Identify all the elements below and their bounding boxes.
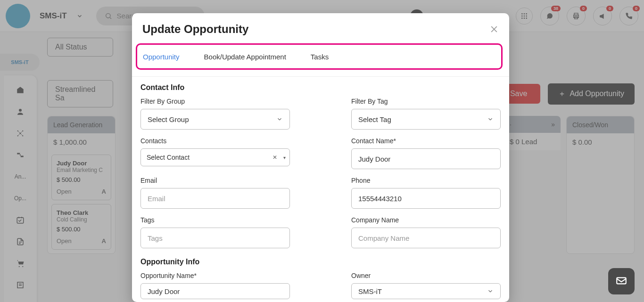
modal-tabs-highlighted: Opportunity Book/Update Appointment Task…	[136, 43, 503, 70]
dropdown-icon[interactable]: ▾	[283, 155, 286, 160]
chevron-down-icon	[487, 116, 494, 122]
select-filter-group[interactable]: Select Group	[140, 109, 290, 130]
label-company: Company Name	[351, 216, 501, 224]
close-icon[interactable]	[489, 24, 499, 34]
tab-opportunity[interactable]: Opportunity	[141, 50, 182, 64]
input-email[interactable]	[148, 195, 283, 203]
label-owner: Owner	[351, 272, 501, 279]
contacts-placeholder: Select Contact	[147, 154, 190, 161]
tab-tasks[interactable]: Tasks	[309, 50, 330, 64]
update-opportunity-modal: Update Opportunity Opportunity Book/Upda…	[132, 13, 509, 302]
label-filter-group: Filter By Group	[140, 98, 290, 105]
chevron-down-icon	[276, 116, 283, 122]
owner-value: SMS-iT	[358, 287, 382, 295]
modal-title: Update Opportunity	[142, 23, 248, 36]
select-owner[interactable]: SMS-iT	[351, 283, 501, 299]
label-contacts: Contacts	[140, 137, 290, 145]
select-group-placeholder: Select Group	[148, 115, 189, 123]
input-tags[interactable]: Tags	[140, 228, 290, 248]
select-filter-tag[interactable]: Select Tag	[351, 109, 501, 130]
label-opportunity-name: Opportunity Name*	[140, 272, 290, 279]
select-contacts[interactable]: Select Contact ✕ ▾	[140, 148, 290, 166]
tags-placeholder: Tags	[148, 234, 163, 242]
select-tag-placeholder: Select Tag	[358, 115, 391, 123]
label-contact-name: Contact Name*	[351, 137, 501, 145]
input-contact-name[interactable]	[358, 155, 494, 163]
section-opportunity-info: Opportunity Info	[140, 258, 501, 266]
label-email: Email	[140, 177, 290, 184]
chat-fab[interactable]	[608, 268, 635, 294]
label-tags: Tags	[140, 216, 290, 224]
input-opportunity-name[interactable]	[148, 287, 283, 295]
chevron-down-icon	[487, 288, 494, 294]
input-company[interactable]	[358, 234, 494, 242]
svg-rect-32	[617, 278, 626, 284]
clear-icon[interactable]: ✕	[272, 154, 277, 161]
label-phone: Phone	[351, 177, 501, 184]
input-phone[interactable]	[358, 195, 494, 203]
label-filter-tag: Filter By Tag	[351, 98, 501, 105]
section-contact-info: Contact Info	[140, 83, 501, 92]
tab-appointment[interactable]: Book/Update Appointment	[202, 50, 288, 64]
